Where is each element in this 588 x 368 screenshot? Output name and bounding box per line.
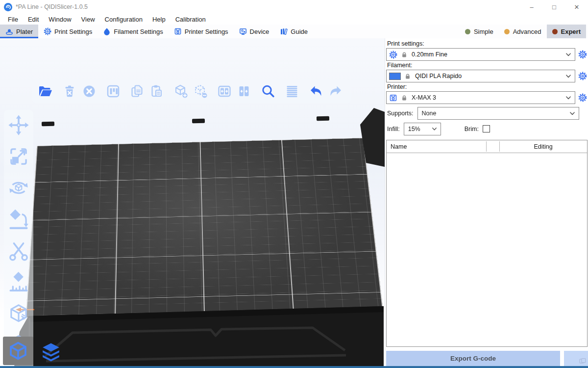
menu-file[interactable]: File bbox=[3, 14, 23, 25]
mode-selector: Simple Advanced Expert bbox=[460, 25, 588, 38]
scale-button[interactable] bbox=[7, 145, 30, 168]
print-settings-value: 0.20mm Fine bbox=[412, 51, 447, 58]
filament-gear-button[interactable] bbox=[578, 71, 588, 81]
seam-painting-button[interactable] bbox=[7, 302, 30, 325]
tab-plater[interactable]: Plater bbox=[0, 25, 38, 38]
filament-color-swatch bbox=[389, 73, 401, 80]
editing-column-header[interactable]: Editing bbox=[499, 143, 587, 150]
printer-rear-corner bbox=[359, 108, 385, 167]
menu-view[interactable]: View bbox=[76, 14, 100, 25]
menu-calibration[interactable]: Calibration bbox=[171, 14, 211, 25]
remove-instance-button[interactable] bbox=[193, 83, 208, 99]
printer-gear-button[interactable] bbox=[578, 93, 588, 103]
tab-printer-settings[interactable]: Printer Settings bbox=[169, 25, 234, 38]
delete-all-button[interactable] bbox=[81, 83, 97, 99]
tab-guide[interactable]: Guide bbox=[274, 25, 313, 38]
mode-expert[interactable]: Expert bbox=[547, 25, 586, 38]
chevron-down-icon bbox=[564, 51, 572, 58]
print-settings-label: Print settings: bbox=[387, 40, 588, 47]
lock-icon bbox=[404, 73, 411, 80]
undo-button[interactable] bbox=[308, 83, 324, 99]
tab-filament-settings[interactable]: Filament Settings bbox=[98, 25, 168, 38]
build-plate bbox=[25, 126, 383, 313]
preview-sliced-layers-button[interactable] bbox=[37, 339, 65, 365]
export-options-button[interactable] bbox=[564, 351, 588, 366]
mode-advanced-label: Advanced bbox=[513, 28, 541, 35]
title-bar: *PA Line - QIDISlicer-1.0.5 – □ ✕ bbox=[0, 0, 588, 14]
place-on-face-button[interactable] bbox=[7, 208, 30, 231]
tab-print-settings[interactable]: Print Settings bbox=[38, 25, 98, 38]
mode-advanced[interactable]: Advanced bbox=[499, 25, 547, 38]
brim-label: Brim: bbox=[465, 126, 479, 132]
add-instance-button[interactable] bbox=[173, 83, 189, 99]
open-button[interactable] bbox=[38, 83, 53, 99]
qidislicer-window: *PA Line - QIDISlicer-1.0.5 – □ ✕ File E… bbox=[0, 0, 588, 368]
mode-simple-label: Simple bbox=[474, 28, 493, 35]
split-to-objects-button[interactable] bbox=[217, 83, 232, 99]
advanced-mode-dot-icon bbox=[504, 29, 510, 34]
bed-clip bbox=[192, 119, 205, 124]
tab-plater-label: Plater bbox=[16, 28, 33, 35]
chevron-down-icon bbox=[568, 109, 576, 117]
expert-mode-dot-icon bbox=[552, 29, 558, 34]
menu-help[interactable]: Help bbox=[147, 14, 171, 25]
chevron-down-icon bbox=[564, 72, 572, 80]
minimize-button[interactable]: – bbox=[520, 0, 543, 14]
infill-label: Infill: bbox=[387, 126, 400, 132]
close-button[interactable]: ✕ bbox=[565, 0, 588, 14]
print-settings-combo[interactable]: 0.20mm Fine bbox=[386, 48, 575, 61]
gear-icon bbox=[389, 51, 397, 59]
chevron-down-icon bbox=[564, 94, 572, 102]
object-list[interactable]: Name Editing bbox=[386, 140, 588, 347]
infill-combo[interactable]: 15% bbox=[404, 123, 441, 135]
name-column-header[interactable]: Name bbox=[387, 143, 486, 150]
menu-edit[interactable]: Edit bbox=[23, 14, 44, 25]
rotate-button[interactable] bbox=[7, 177, 30, 199]
tab-guide-label: Guide bbox=[291, 28, 308, 35]
chevron-down-icon bbox=[431, 125, 438, 132]
tab-device-label: Device bbox=[250, 28, 270, 35]
print-settings-gear-button[interactable] bbox=[578, 50, 588, 59]
filament-label: Filament: bbox=[387, 62, 588, 69]
lock-icon bbox=[401, 94, 408, 102]
window-bottom-accent bbox=[0, 366, 588, 368]
filament-combo[interactable]: QIDI PLA Rapido bbox=[386, 70, 575, 82]
supports-combo[interactable]: None bbox=[417, 107, 579, 120]
split-to-parts-button[interactable] bbox=[236, 83, 252, 99]
menu-window[interactable]: Window bbox=[44, 14, 76, 25]
printer-value: X-MAX 3 bbox=[412, 94, 436, 101]
search-button[interactable] bbox=[260, 83, 276, 99]
infill-value: 15% bbox=[408, 126, 420, 132]
tab-print-settings-label: Print Settings bbox=[54, 28, 92, 35]
export-gcode-button[interactable]: Export G-code bbox=[386, 351, 560, 366]
menu-configuration[interactable]: Configuration bbox=[100, 14, 147, 25]
filament-value: QIDI PLA Rapido bbox=[415, 73, 462, 79]
paste-button[interactable] bbox=[149, 83, 165, 99]
mode-simple[interactable]: Simple bbox=[460, 25, 499, 38]
redo-button[interactable] bbox=[328, 83, 343, 99]
delete-button[interactable] bbox=[62, 83, 77, 99]
arrange-button[interactable] bbox=[105, 83, 121, 99]
variable-layer-height-button[interactable] bbox=[284, 83, 300, 99]
printer-combo[interactable]: X-MAX 3 bbox=[386, 91, 575, 104]
tab-bar: Plater Print Settings Filament Settings … bbox=[0, 25, 588, 39]
paint-on-supports-button[interactable] bbox=[7, 271, 30, 293]
tab-device[interactable]: Device bbox=[234, 25, 275, 38]
3d-editor-view-button[interactable] bbox=[3, 337, 33, 365]
export-extra-icon bbox=[579, 358, 586, 364]
move-button[interactable] bbox=[7, 114, 30, 136]
copy-button[interactable] bbox=[129, 83, 145, 99]
supports-label: Supports: bbox=[387, 110, 414, 117]
lock-icon bbox=[401, 51, 408, 58]
printer-icon bbox=[389, 94, 397, 102]
plater-toolbar bbox=[32, 79, 351, 103]
maximize-button[interactable]: □ bbox=[543, 0, 565, 14]
simple-mode-dot-icon bbox=[465, 29, 470, 34]
printer-label: Printer: bbox=[387, 83, 588, 90]
brim-checkbox[interactable] bbox=[483, 125, 490, 132]
viewport-3d[interactable] bbox=[0, 38, 385, 366]
tab-filament-settings-label: Filament Settings bbox=[114, 28, 163, 35]
cut-button[interactable] bbox=[7, 239, 30, 262]
view-toggle-group bbox=[3, 336, 65, 365]
menu-bar: File Edit Window View Configuration Help… bbox=[0, 14, 588, 25]
